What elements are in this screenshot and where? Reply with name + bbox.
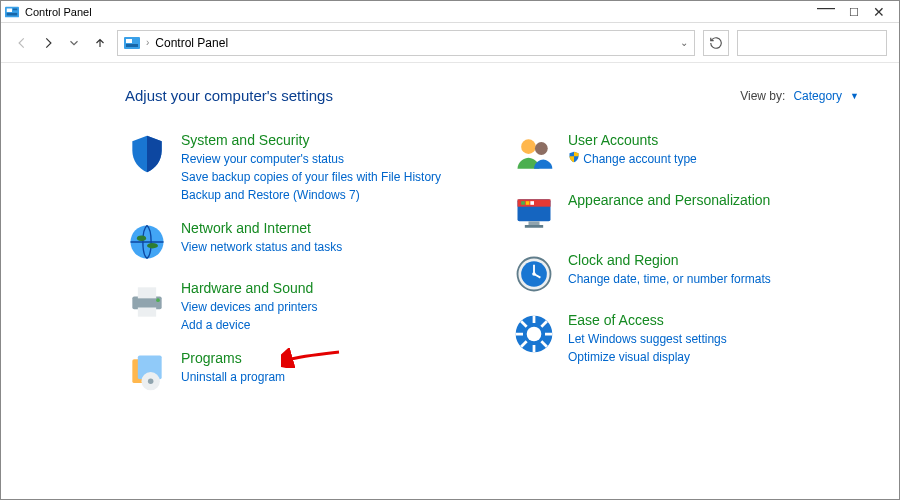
category-link[interactable]: Add a device — [181, 316, 318, 334]
titlebar: Control Panel — ☐ ✕ — [1, 1, 899, 23]
clock-icon — [512, 252, 556, 296]
maximize-button[interactable]: ☐ — [849, 6, 859, 18]
address-dropdown-icon[interactable]: ⌄ — [680, 37, 688, 48]
forward-button[interactable] — [39, 34, 57, 52]
breadcrumb[interactable]: Control Panel — [155, 36, 228, 50]
svg-rect-23 — [526, 201, 530, 205]
back-button[interactable] — [13, 34, 31, 52]
breadcrumb-chevron-icon[interactable]: › — [146, 37, 149, 48]
right-column: User Accounts Change account type Appear… — [512, 132, 859, 410]
category-link[interactable]: Let Windows suggest settings — [568, 330, 727, 348]
category-link[interactable]: Change date, time, or number formats — [568, 270, 771, 288]
ease-of-access-icon — [512, 312, 556, 356]
category-link[interactable]: Optimize visual display — [568, 348, 727, 366]
category-title[interactable]: User Accounts — [568, 132, 697, 148]
svg-point-8 — [137, 236, 146, 242]
viewby-value[interactable]: Category — [793, 89, 842, 103]
uac-shield-icon — [568, 150, 580, 162]
monitor-icon — [512, 192, 556, 236]
category-link[interactable]: Save backup copies of your files with Fi… — [181, 168, 441, 186]
content-area: Adjust your computer's settings View by:… — [1, 63, 899, 420]
page-title: Adjust your computer's settings — [125, 87, 333, 104]
control-panel-app-icon — [5, 5, 19, 19]
shield-icon — [125, 132, 169, 176]
left-column: System and Security Review your computer… — [125, 132, 472, 410]
svg-rect-10 — [132, 297, 161, 310]
categories-columns: System and Security Review your computer… — [125, 132, 859, 410]
printer-icon — [125, 280, 169, 324]
svg-rect-2 — [13, 8, 17, 10]
category-link[interactable]: Uninstall a program — [181, 368, 285, 386]
close-button[interactable]: ✕ — [873, 6, 885, 18]
programs-icon — [125, 350, 169, 394]
category-network-internet: Network and Internet View network status… — [125, 220, 472, 264]
svg-rect-24 — [530, 201, 534, 205]
svg-rect-22 — [521, 201, 525, 205]
viewby-label: View by: — [740, 89, 785, 103]
category-ease-of-access: Ease of Access Let Windows suggest setti… — [512, 312, 859, 366]
category-title[interactable]: Hardware and Sound — [181, 280, 318, 296]
svg-rect-1 — [7, 8, 12, 12]
svg-point-13 — [156, 298, 160, 302]
category-title[interactable]: Network and Internet — [181, 220, 342, 236]
address-bar[interactable]: › Control Panel ⌄ — [117, 30, 695, 56]
category-title[interactable]: Appearance and Personalization — [568, 192, 770, 208]
svg-point-17 — [148, 378, 154, 384]
svg-rect-11 — [138, 287, 156, 298]
svg-rect-6 — [126, 44, 138, 47]
svg-rect-5 — [126, 39, 132, 43]
category-link[interactable]: View network status and tasks — [181, 238, 342, 256]
category-link[interactable]: Backup and Restore (Windows 7) — [181, 186, 441, 204]
svg-point-31 — [527, 327, 542, 342]
recent-locations-button[interactable] — [65, 34, 83, 52]
category-system-security: System and Security Review your computer… — [125, 132, 472, 204]
search-input[interactable] — [737, 30, 887, 56]
category-user-accounts: User Accounts Change account type — [512, 132, 859, 176]
category-link[interactable]: View devices and printers — [181, 298, 318, 316]
svg-point-29 — [532, 272, 536, 276]
svg-rect-25 — [529, 221, 540, 225]
category-link[interactable]: Review your computer's status — [181, 150, 441, 168]
header-row: Adjust your computer's settings View by:… — [125, 87, 859, 104]
refresh-button[interactable] — [703, 30, 729, 56]
user-accounts-icon — [512, 132, 556, 176]
category-appearance-personalization: Appearance and Personalization — [512, 192, 859, 236]
category-title[interactable]: Ease of Access — [568, 312, 727, 328]
svg-rect-3 — [7, 12, 18, 15]
minimize-button[interactable]: — — [817, 1, 835, 13]
category-hardware-sound: Hardware and Sound View devices and prin… — [125, 280, 472, 334]
category-title[interactable]: System and Security — [181, 132, 441, 148]
svg-point-9 — [147, 243, 158, 249]
svg-rect-26 — [525, 225, 543, 228]
navigation-bar: › Control Panel ⌄ — [1, 23, 899, 63]
svg-rect-12 — [138, 308, 156, 317]
view-by-control[interactable]: View by: Category ▼ — [740, 89, 859, 103]
svg-point-18 — [521, 139, 536, 154]
svg-point-19 — [535, 142, 548, 155]
address-app-icon — [124, 35, 140, 51]
category-title[interactable]: Clock and Region — [568, 252, 771, 268]
category-programs: Programs Uninstall a program — [125, 350, 472, 394]
category-link[interactable]: Change account type — [568, 150, 697, 168]
category-title[interactable]: Programs — [181, 350, 285, 366]
window-title: Control Panel — [25, 6, 92, 18]
chevron-down-icon[interactable]: ▼ — [850, 91, 859, 101]
window-controls: — ☐ ✕ — [817, 6, 895, 18]
category-clock-region: Clock and Region Change date, time, or n… — [512, 252, 859, 296]
category-link-text: Change account type — [583, 152, 696, 166]
globe-icon — [125, 220, 169, 264]
up-button[interactable] — [91, 34, 109, 52]
